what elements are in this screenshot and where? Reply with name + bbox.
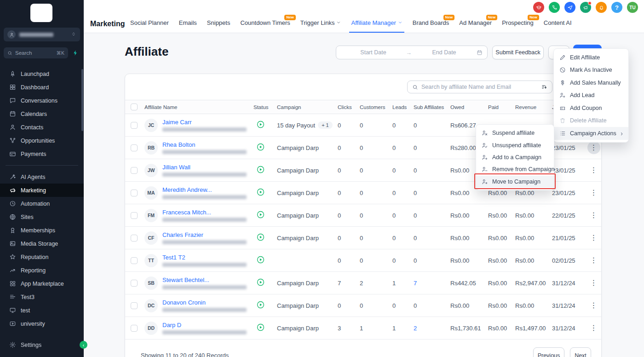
menu-item-remove-from-campaign[interactable]: Remove from Campaign (476, 163, 554, 175)
sidebar-item-test[interactable]: test (0, 304, 84, 317)
row-checkbox[interactable] (131, 167, 138, 174)
affiliate-name-link[interactable]: Donavon Cronin (162, 299, 247, 306)
sidebar-item-label: Reporting (21, 267, 46, 274)
row-checkbox[interactable] (131, 257, 138, 264)
sidebar-item-launchpad[interactable]: Launchpad (0, 67, 84, 81)
affiliate-name-link[interactable]: Jillian Wall (162, 164, 247, 171)
tab-prospecting[interactable]: New Prospecting (502, 12, 534, 33)
sidebar-item-ai-agents[interactable]: AI Agents (0, 170, 84, 184)
tab-affiliate-manager[interactable]: Affiliate Manager (351, 12, 402, 33)
sidebar-item-reporting[interactable]: Reporting (0, 264, 84, 277)
menu-item-mark-as-inactive[interactable]: Mark As Inactive (554, 64, 628, 77)
menu-item-add-sales-manually[interactable]: Add Sales Manually (554, 76, 628, 89)
menu-item-unsuspend-affiliate[interactable]: Unsuspend affiliate (476, 139, 554, 151)
affiliate-name-link[interactable]: Stewart Bechtel... (162, 276, 247, 283)
affiliate-name-link[interactable]: Meredith Andrew... (162, 186, 247, 193)
sidebar-item-reputation[interactable]: Reputation (0, 250, 84, 264)
menu-item-add-to-a-campaign[interactable]: Add to a Campaign (476, 151, 554, 163)
sidebar-item-marketing[interactable]: Marketing (0, 184, 84, 197)
sidebar-item-media-storage[interactable]: Media Storage (0, 237, 84, 250)
row-actions-kebab-button[interactable]: ⋮ (587, 231, 600, 244)
tab-social-planner[interactable]: Social Planner (130, 12, 169, 33)
updates-icon[interactable] (580, 2, 591, 13)
affiliate-name-link[interactable]: Jaime Carr (162, 119, 247, 126)
account-switcher[interactable] (4, 28, 80, 41)
row-actions-kebab-button[interactable]: ⋮ (587, 164, 600, 177)
affiliate-name-link[interactable]: Test1 T2 (162, 254, 247, 261)
row-checkbox[interactable] (131, 235, 138, 242)
tab-countdown-timers[interactable]: New Countdown Timers (240, 12, 290, 33)
dialer-icon[interactable] (549, 2, 560, 13)
menu-item-delete-affiliate[interactable]: Delete Affiliate (554, 115, 628, 127)
menu-item-add-lead[interactable]: Add Lead (554, 89, 628, 102)
affiliate-search-input[interactable]: Search by affiliate Name and Email (407, 81, 552, 93)
app-logo (30, 4, 52, 22)
row-actions-kebab-button[interactable]: ⋮ (587, 186, 600, 199)
sidebar-item-calendars[interactable]: Calendars (0, 107, 84, 121)
affiliate-name-link[interactable]: Charles Frazier (162, 231, 247, 238)
row-checkbox[interactable] (131, 212, 138, 219)
sidebar-item-opportunities[interactable]: Opportunities (0, 134, 84, 147)
sidebar-item-settings[interactable]: Settings (0, 338, 84, 351)
row-actions-kebab-button[interactable]: ⋮ (587, 254, 600, 267)
sidebar-item-automation[interactable]: Automation (0, 197, 84, 210)
sidebar-item-label: Sites (21, 214, 34, 220)
row-actions-kebab-button[interactable]: ⋮ (587, 209, 600, 222)
sidebar-item-dashboard[interactable]: Dashboard (0, 81, 84, 94)
new-badge: New (284, 15, 295, 20)
row-actions-kebab-button[interactable]: ⋮ (587, 141, 600, 154)
menu-item-suspend-affiliate[interactable]: Suspend affiliate (476, 127, 554, 139)
start-date-input[interactable]: Start Date (341, 49, 406, 56)
menu-item-edit-affiliate[interactable]: Edit Affiliate (554, 51, 628, 64)
account-avatar-icon (7, 30, 16, 39)
sidebar-item-conversations[interactable]: Conversations (0, 94, 84, 107)
academy-icon[interactable] (533, 2, 544, 13)
row-actions-kebab-button[interactable]: ⋮ (587, 299, 600, 312)
help-icon[interactable]: ? (611, 2, 622, 13)
quick-actions-bolt-icon[interactable] (71, 50, 80, 56)
row-checkbox[interactable] (131, 302, 138, 309)
reputation-icon (9, 253, 16, 260)
sort-icon[interactable] (541, 84, 547, 90)
row-checkbox[interactable] (131, 190, 138, 196)
table-footer: Showing 11 to 20 of 240 Records Previous… (125, 347, 601, 357)
select-all-checkbox[interactable] (131, 104, 138, 110)
row-checkbox[interactable] (131, 325, 138, 332)
status-active-icon (256, 143, 265, 153)
tab-brand-boards[interactable]: New Brand Boards (413, 12, 449, 33)
tab-emails[interactable]: Emails (179, 12, 197, 33)
submit-feedback-button[interactable]: Submit Feedback (492, 46, 544, 59)
next-page-button[interactable]: Next (570, 347, 591, 357)
sidebar-collapse-button[interactable]: ‹ (80, 341, 87, 349)
date-range-picker[interactable]: Start Date → End Date (336, 46, 488, 59)
sidebar-item-contacts[interactable]: Contacts (0, 121, 84, 134)
row-actions-kebab-button[interactable]: ⋮ (587, 276, 600, 289)
row-actions-kebab-button[interactable]: ⋮ (587, 322, 600, 334)
tab-ad-manager[interactable]: New Ad Manager (459, 12, 492, 33)
sidebar-item-test3[interactable]: Test3 (0, 290, 84, 304)
end-date-input[interactable]: End Date (412, 49, 477, 56)
sidebar-item-university[interactable]: university (0, 317, 84, 330)
tab-content-ai[interactable]: Content AI (544, 12, 572, 33)
affiliate-name-link[interactable]: Darp D (162, 322, 247, 328)
rewards-icon[interactable] (596, 2, 607, 13)
sidebar-item-app-marketplace[interactable]: App Marketplace (0, 277, 84, 290)
connect-icon[interactable] (564, 2, 575, 13)
sidebar-item-memberships[interactable]: Memberships (0, 224, 84, 237)
avatar-account[interactable]: TU (627, 2, 638, 13)
affiliate-name-link[interactable]: Francesca Mitch... (162, 209, 247, 216)
tab-trigger-links[interactable]: Trigger Links (300, 12, 341, 33)
tab-snippets[interactable]: Snippets (207, 12, 230, 33)
previous-page-button[interactable]: Previous (533, 347, 564, 357)
menu-item-campaign-actions[interactable]: Campaign Actions › (554, 127, 628, 140)
coupon-icon (559, 105, 566, 111)
sidebar-item-payments[interactable]: Payments (0, 147, 84, 161)
row-checkbox[interactable] (131, 122, 138, 129)
menu-item-add-coupon[interactable]: Add Coupon (554, 102, 628, 115)
row-checkbox[interactable] (131, 280, 138, 287)
sidebar-search-input[interactable]: Search ⌘K (4, 47, 68, 58)
affiliate-name-link[interactable]: Rhea Bolton (162, 141, 247, 148)
menu-item-move-to-campaign[interactable]: Move to Campaign (476, 176, 554, 188)
row-checkbox[interactable] (131, 144, 138, 151)
sidebar-item-sites[interactable]: Sites (0, 210, 84, 224)
